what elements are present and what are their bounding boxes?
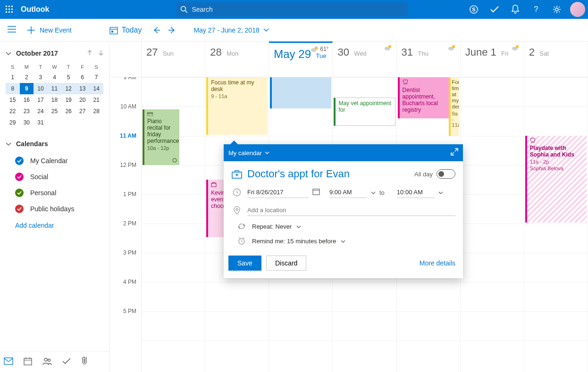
user-avatar[interactable] — [570, 2, 585, 17]
mini-cal-day[interactable]: 17 — [34, 94, 48, 106]
calendar-checkbox[interactable] — [15, 205, 24, 213]
mini-cal-day[interactable]: 7 — [89, 72, 103, 83]
event-focus-mon[interactable]: Focus time at my desk9 - 11a — [206, 77, 268, 135]
day-header[interactable]: 27 Sun — [142, 41, 205, 77]
mini-cal-day[interactable]: 4 — [48, 72, 62, 83]
event-start-time[interactable] — [329, 187, 367, 198]
event-title-input[interactable] — [247, 168, 414, 180]
calendar-item[interactable]: Personal — [6, 185, 103, 201]
mini-cal-day[interactable]: 1 — [6, 72, 20, 83]
mini-cal-day[interactable]: 6 — [76, 72, 90, 83]
day-column[interactable]: Playdate with Sophia and Kids11a - 2pSop… — [524, 77, 588, 372]
mini-cal-day[interactable]: 21 — [89, 94, 103, 106]
mini-cal-day[interactable]: 11 — [48, 83, 62, 94]
chevron-down-icon[interactable] — [341, 238, 345, 245]
mini-cal-day[interactable]: 15 — [6, 94, 20, 106]
mini-cal-day[interactable]: 18 — [48, 94, 62, 106]
event-end-time[interactable] — [397, 187, 435, 198]
mini-cal-next-icon[interactable] — [99, 49, 103, 58]
todo-icon[interactable] — [484, 0, 505, 19]
today-button[interactable]: Today — [109, 26, 142, 34]
mini-cal-prev-icon[interactable] — [87, 49, 92, 58]
prev-week-button[interactable] — [149, 23, 164, 38]
chevron-down-icon[interactable] — [296, 223, 301, 230]
event-mayvet[interactable]: May vet appointment for — [334, 98, 395, 126]
event-location-input[interactable] — [247, 205, 455, 216]
day-header[interactable]: 31 Thu — [397, 41, 461, 77]
mini-cal-day[interactable]: 9 — [20, 83, 34, 94]
mini-cal-day[interactable]: 10 — [34, 83, 48, 94]
mini-cal-day[interactable]: 30 — [20, 117, 34, 128]
event-playdate[interactable]: Playdate with Sophia and Kids11a - 2pSop… — [525, 136, 587, 223]
mini-cal-day[interactable]: 12 — [61, 83, 76, 94]
mini-cal-day[interactable]: 24 — [34, 106, 48, 117]
event-piano[interactable]: Piano recital for friday performance10a … — [143, 109, 179, 165]
mini-cal-day[interactable]: 29 — [6, 117, 20, 128]
day-header[interactable]: 30 Wed — [333, 41, 396, 77]
event-selected-slot[interactable] — [270, 77, 331, 108]
mini-cal-chevron-icon[interactable] — [6, 49, 11, 58]
calendar-checkbox[interactable] — [15, 189, 24, 197]
mini-cal-day[interactable]: 23 — [20, 106, 34, 117]
mini-cal-day[interactable]: 3 — [34, 72, 48, 83]
event-dentist[interactable]: Dentist appointment, Bucharts local regi… — [398, 77, 449, 118]
event-date-input[interactable] — [247, 187, 309, 198]
people-module-icon[interactable] — [42, 357, 52, 367]
mini-cal-day[interactable]: 26 — [61, 106, 76, 117]
mini-cal-day[interactable]: 5 — [61, 72, 76, 83]
mini-cal-day[interactable]: 25 — [48, 106, 62, 117]
calendar-item[interactable]: My Calendar — [6, 153, 103, 169]
popup-calendar-selector[interactable]: My calendar — [228, 149, 269, 157]
app-launcher-icon[interactable] — [0, 0, 19, 19]
skype-icon[interactable]: S — [463, 0, 484, 19]
remind-value[interactable]: 15 minutes before — [287, 238, 336, 245]
mini-cal-day[interactable]: 14 — [89, 83, 103, 94]
mini-cal-day[interactable]: 8 — [6, 83, 20, 94]
chevron-down-icon[interactable] — [371, 188, 376, 197]
day-header[interactable]: May 29 Tue61° — [269, 41, 333, 77]
calendar-checkbox[interactable] — [15, 157, 24, 165]
chevron-down-icon[interactable] — [438, 188, 443, 197]
mini-cal-day[interactable]: 2 — [20, 72, 34, 83]
allday-toggle[interactable] — [437, 169, 455, 179]
settings-icon[interactable] — [546, 0, 567, 19]
help-icon[interactable]: ? — [526, 0, 546, 19]
mini-cal-day[interactable]: 28 — [89, 106, 103, 117]
notifications-icon[interactable] — [505, 0, 526, 19]
next-week-button[interactable] — [164, 23, 179, 38]
mini-cal-day[interactable]: 19 — [61, 94, 76, 106]
event-focus-thu[interactable]: Focus time at my desk9a - 11a — [449, 77, 459, 136]
mini-cal-day[interactable]: 27 — [76, 106, 90, 117]
add-calendar-link[interactable]: Add calendar — [6, 217, 103, 229]
date-picker-icon[interactable] — [312, 188, 320, 197]
date-range-picker[interactable]: May 27 - June 2, 2018 — [193, 26, 269, 34]
day-header[interactable]: 2 Sat — [524, 41, 588, 77]
files-module-icon[interactable] — [81, 356, 88, 368]
mini-cal-day[interactable]: 13 — [76, 83, 90, 94]
discard-button[interactable]: Discard — [266, 256, 306, 271]
save-button[interactable]: Save — [228, 256, 261, 271]
mail-module-icon[interactable] — [4, 357, 13, 367]
search-input[interactable] — [192, 6, 404, 13]
more-commands-button[interactable]: • • — [578, 30, 580, 31]
more-details-link[interactable]: More details — [420, 259, 455, 267]
calendar-module-icon[interactable] — [24, 357, 32, 367]
mini-cal-day[interactable]: 31 — [34, 117, 48, 128]
day-header[interactable]: June 1 Fri — [461, 41, 524, 77]
nav-toggle-icon[interactable] — [8, 26, 16, 34]
calendar-item[interactable]: Social — [6, 169, 103, 185]
tasks-module-icon[interactable] — [62, 357, 71, 367]
repeat-value[interactable]: Never — [276, 223, 292, 230]
mini-cal-day[interactable]: 16 — [20, 94, 34, 106]
new-event-button[interactable]: New Event — [27, 26, 72, 34]
day-column[interactable]: Piano recital for friday performance10a … — [142, 77, 205, 372]
day-column[interactable] — [461, 77, 524, 372]
calendar-list-header[interactable]: Calendars — [6, 140, 103, 148]
mini-cal-day[interactable]: 20 — [76, 94, 90, 106]
calendar-checkbox[interactable] — [15, 173, 24, 181]
mini-cal-day[interactable]: 22 — [6, 106, 20, 117]
popup-expand-icon[interactable] — [451, 148, 458, 157]
calendar-item[interactable]: Public holidays — [6, 201, 103, 217]
day-header[interactable]: 28 Mon — [205, 41, 269, 77]
search-box[interactable] — [176, 2, 408, 17]
